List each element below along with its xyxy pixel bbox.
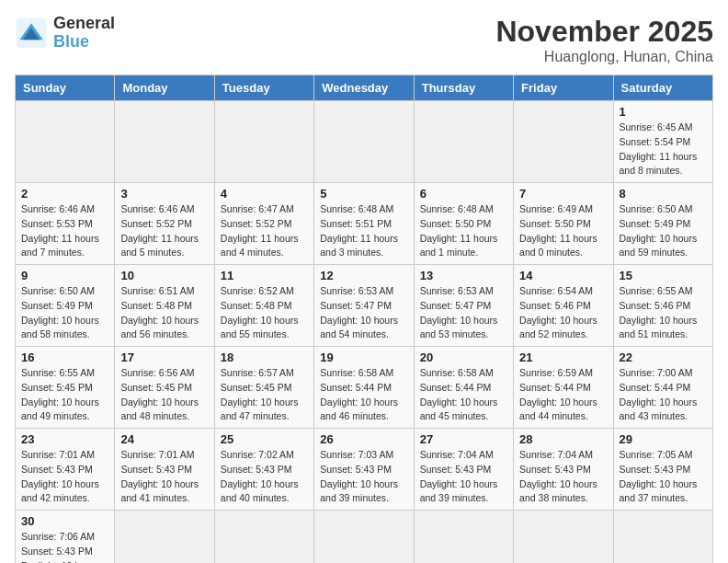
calendar-row-3: 16Sunrise: 6:55 AMSunset: 5:45 PMDayligh… xyxy=(16,347,713,429)
day-info: Sunrise: 6:55 AMSunset: 5:46 PMDaylight:… xyxy=(620,284,707,342)
calendar-cell: 11Sunrise: 6:52 AMSunset: 5:48 PMDayligh… xyxy=(214,265,313,347)
day-number: 21 xyxy=(519,350,607,364)
calendar-cell xyxy=(314,511,414,564)
calendar-cell xyxy=(514,101,613,183)
day-info: Sunrise: 6:50 AMSunset: 5:49 PMDaylight:… xyxy=(21,284,108,342)
calendar-cell xyxy=(314,101,414,183)
calendar-cell: 23Sunrise: 7:01 AMSunset: 5:43 PMDayligh… xyxy=(16,429,115,511)
weekday-header-sunday: Sunday xyxy=(16,75,115,101)
day-number: 30 xyxy=(21,514,108,528)
weekday-header-monday: Monday xyxy=(115,75,214,101)
logo-text: GeneralBlue xyxy=(53,15,115,52)
day-info: Sunrise: 6:51 AMSunset: 5:48 PMDaylight:… xyxy=(120,284,208,342)
calendar-table: SundayMondayTuesdayWednesdayThursdayFrid… xyxy=(15,75,713,563)
calendar-row-1: 2Sunrise: 6:46 AMSunset: 5:53 PMDaylight… xyxy=(16,183,713,265)
day-info: Sunrise: 6:47 AMSunset: 5:52 PMDaylight:… xyxy=(221,202,308,260)
weekday-header-wednesday: Wednesday xyxy=(314,75,414,101)
day-info: Sunrise: 7:04 AMSunset: 5:43 PMDaylight:… xyxy=(519,448,607,506)
day-number: 14 xyxy=(519,269,607,282)
calendar-cell: 29Sunrise: 7:05 AMSunset: 5:43 PMDayligh… xyxy=(613,429,712,511)
day-number: 9 xyxy=(21,269,108,282)
day-number: 19 xyxy=(320,350,407,364)
calendar-cell: 27Sunrise: 7:04 AMSunset: 5:43 PMDayligh… xyxy=(414,429,513,511)
calendar-header-row: SundayMondayTuesdayWednesdayThursdayFrid… xyxy=(16,75,713,101)
calendar-cell: 19Sunrise: 6:58 AMSunset: 5:44 PMDayligh… xyxy=(314,347,414,429)
weekday-header-tuesday: Tuesday xyxy=(214,75,313,101)
calendar-row-5: 30Sunrise: 7:06 AMSunset: 5:43 PMDayligh… xyxy=(16,511,713,564)
calendar-cell xyxy=(115,511,214,564)
day-info: Sunrise: 6:52 AMSunset: 5:48 PMDaylight:… xyxy=(221,284,308,342)
calendar-cell: 9Sunrise: 6:50 AMSunset: 5:49 PMDaylight… xyxy=(16,265,115,347)
calendar-cell: 17Sunrise: 6:56 AMSunset: 5:45 PMDayligh… xyxy=(115,347,214,429)
day-number: 8 xyxy=(620,187,707,201)
day-info: Sunrise: 7:04 AMSunset: 5:43 PMDaylight:… xyxy=(420,448,507,506)
day-info: Sunrise: 6:59 AMSunset: 5:44 PMDaylight:… xyxy=(519,366,607,424)
calendar-cell: 14Sunrise: 6:54 AMSunset: 5:46 PMDayligh… xyxy=(514,265,613,347)
day-info: Sunrise: 7:06 AMSunset: 5:43 PMDaylight:… xyxy=(21,530,108,563)
calendar-cell: 25Sunrise: 7:02 AMSunset: 5:43 PMDayligh… xyxy=(214,429,313,511)
day-number: 18 xyxy=(221,350,308,364)
calendar-cell: 20Sunrise: 6:58 AMSunset: 5:44 PMDayligh… xyxy=(414,347,513,429)
logo-icon xyxy=(15,17,48,50)
calendar-cell: 18Sunrise: 6:57 AMSunset: 5:45 PMDayligh… xyxy=(214,347,313,429)
calendar-cell: 12Sunrise: 6:53 AMSunset: 5:47 PMDayligh… xyxy=(314,265,414,347)
weekday-header-thursday: Thursday xyxy=(414,75,513,101)
weekday-header-friday: Friday xyxy=(514,75,613,101)
day-info: Sunrise: 6:55 AMSunset: 5:45 PMDaylight:… xyxy=(21,366,108,424)
day-info: Sunrise: 7:01 AMSunset: 5:43 PMDaylight:… xyxy=(120,448,208,506)
day-number: 27 xyxy=(420,432,507,446)
calendar-cell xyxy=(16,101,115,183)
day-number: 5 xyxy=(320,187,407,201)
calendar-cell xyxy=(115,101,214,183)
day-number: 6 xyxy=(420,187,507,201)
day-info: Sunrise: 6:46 AMSunset: 5:52 PMDaylight:… xyxy=(120,202,208,260)
weekday-header-saturday: Saturday xyxy=(613,75,712,101)
day-info: Sunrise: 6:53 AMSunset: 5:47 PMDaylight:… xyxy=(320,284,407,342)
day-info: Sunrise: 6:48 AMSunset: 5:50 PMDaylight:… xyxy=(420,202,507,260)
day-info: Sunrise: 6:45 AMSunset: 5:54 PMDaylight:… xyxy=(620,121,707,178)
day-info: Sunrise: 6:54 AMSunset: 5:46 PMDaylight:… xyxy=(519,284,607,342)
logo: GeneralBlue xyxy=(15,15,115,52)
calendar-cell: 3Sunrise: 6:46 AMSunset: 5:52 PMDaylight… xyxy=(115,183,214,265)
day-info: Sunrise: 6:49 AMSunset: 5:50 PMDaylight:… xyxy=(519,202,607,260)
day-number: 24 xyxy=(120,432,208,446)
day-number: 22 xyxy=(620,350,707,364)
calendar-cell: 16Sunrise: 6:55 AMSunset: 5:45 PMDayligh… xyxy=(16,347,115,429)
calendar-cell: 13Sunrise: 6:53 AMSunset: 5:47 PMDayligh… xyxy=(414,265,513,347)
day-number: 23 xyxy=(21,432,108,446)
day-info: Sunrise: 6:57 AMSunset: 5:45 PMDaylight:… xyxy=(221,366,308,424)
calendar-cell: 8Sunrise: 6:50 AMSunset: 5:49 PMDaylight… xyxy=(613,183,712,265)
calendar-row-4: 23Sunrise: 7:01 AMSunset: 5:43 PMDayligh… xyxy=(16,429,713,511)
calendar-cell xyxy=(414,101,513,183)
day-number: 10 xyxy=(120,269,208,282)
day-info: Sunrise: 7:02 AMSunset: 5:43 PMDaylight:… xyxy=(221,448,308,506)
day-number: 17 xyxy=(120,350,208,364)
day-info: Sunrise: 6:48 AMSunset: 5:51 PMDaylight:… xyxy=(320,202,407,260)
calendar-cell: 26Sunrise: 7:03 AMSunset: 5:43 PMDayligh… xyxy=(314,429,414,511)
calendar-cell: 7Sunrise: 6:49 AMSunset: 5:50 PMDaylight… xyxy=(514,183,613,265)
day-number: 1 xyxy=(620,105,707,119)
calendar-cell: 1Sunrise: 6:45 AMSunset: 5:54 PMDaylight… xyxy=(613,101,712,183)
calendar-row-2: 9Sunrise: 6:50 AMSunset: 5:49 PMDaylight… xyxy=(16,265,713,347)
calendar-cell: 28Sunrise: 7:04 AMSunset: 5:43 PMDayligh… xyxy=(514,429,613,511)
day-info: Sunrise: 7:03 AMSunset: 5:43 PMDaylight:… xyxy=(320,448,407,506)
calendar-cell xyxy=(514,511,613,564)
calendar-row-0: 1Sunrise: 6:45 AMSunset: 5:54 PMDaylight… xyxy=(16,101,713,183)
day-number: 3 xyxy=(120,187,208,201)
day-info: Sunrise: 6:56 AMSunset: 5:45 PMDaylight:… xyxy=(120,366,208,424)
day-number: 29 xyxy=(620,432,707,446)
day-number: 15 xyxy=(620,269,707,282)
day-info: Sunrise: 6:53 AMSunset: 5:47 PMDaylight:… xyxy=(420,284,507,342)
calendar-cell: 30Sunrise: 7:06 AMSunset: 5:43 PMDayligh… xyxy=(16,511,115,564)
day-info: Sunrise: 6:46 AMSunset: 5:53 PMDaylight:… xyxy=(21,202,108,260)
day-number: 2 xyxy=(21,187,108,201)
calendar-cell xyxy=(613,511,712,564)
day-info: Sunrise: 6:58 AMSunset: 5:44 PMDaylight:… xyxy=(420,366,507,424)
month-title: November 2025 xyxy=(495,15,713,49)
title-area: November 2025 Huanglong, Hunan, China xyxy=(495,15,713,65)
day-info: Sunrise: 7:05 AMSunset: 5:43 PMDaylight:… xyxy=(620,448,707,506)
calendar-cell xyxy=(414,511,513,564)
calendar-cell: 15Sunrise: 6:55 AMSunset: 5:46 PMDayligh… xyxy=(613,265,712,347)
calendar-cell: 6Sunrise: 6:48 AMSunset: 5:50 PMDaylight… xyxy=(414,183,513,265)
day-number: 26 xyxy=(320,432,407,446)
